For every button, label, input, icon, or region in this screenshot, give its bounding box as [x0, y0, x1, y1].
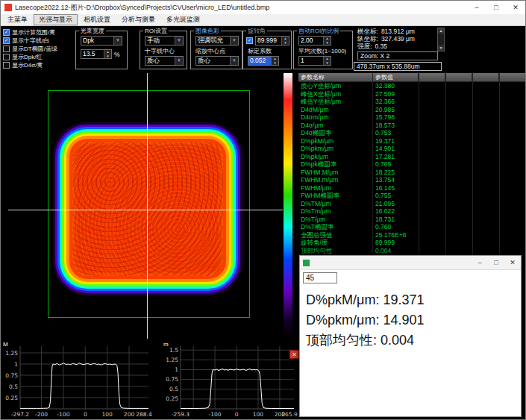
beam-width-select[interactable]: Dpk ▼ — [81, 36, 122, 46]
spinner-buttons[interactable]: ▲▼ — [323, 57, 331, 65]
scroll-up-icon[interactable]: ▲ — [438, 28, 444, 34]
plot-title: m — [163, 341, 169, 348]
checkbox[interactable] — [3, 46, 10, 52]
svg-text:100: 100 — [101, 411, 113, 418]
param-value: 21.095 — [373, 200, 419, 208]
spin-down-icon[interactable]: ▼ — [104, 54, 111, 59]
close-button[interactable]: ✕ — [506, 1, 525, 14]
tab-相机设置[interactable]: 相机设置 — [78, 14, 116, 25]
maximize-button[interactable]: □ — [486, 1, 506, 14]
param-value: 18.731 — [373, 216, 419, 224]
param-name: D%pkM/μm — [298, 137, 373, 145]
display-option-row[interactable]: 显示DT椭圆/蓝绿 — [3, 45, 73, 53]
svg-text:0.5: 0.5 — [169, 386, 178, 392]
spinner-buttons[interactable]: ▲▼ — [271, 57, 278, 65]
checkbox[interactable]: ✓ — [3, 37, 10, 44]
spin-down-icon[interactable]: ▼ — [272, 61, 278, 66]
column-header-value[interactable]: 参数值 — [373, 73, 419, 82]
param-value: 0.753 — [373, 129, 419, 137]
spin-down-icon[interactable]: ▼ — [324, 61, 331, 66]
display-option-row[interactable]: 显示Dpk/红 — [3, 53, 73, 61]
average-count-spinner[interactable]: 1 ▲▼ — [298, 56, 331, 66]
scroll-down-icon[interactable]: ▼ — [438, 46, 444, 51]
tab-分析与测量[interactable]: 分析与测量 — [116, 14, 160, 25]
spinner-buttons[interactable]: ▲▼ — [323, 37, 331, 45]
param-name: D%pk/μm — [298, 153, 373, 161]
param-value: 0.769 — [373, 160, 419, 169]
image-size-indicator: 478.37um x 535.88um — [354, 62, 442, 71]
spin-down-icon[interactable]: ▼ — [324, 41, 331, 46]
chevron-down-icon[interactable]: ▼ — [175, 57, 183, 65]
minimize-button[interactable]: – — [467, 1, 486, 14]
calibration-spinner[interactable]: 0.052 ▲▼ — [248, 56, 279, 66]
beam-width-percent-spinner[interactable]: 13.5 ▲▼ — [81, 49, 112, 59]
display-option-row[interactable]: 显示D4σ/黄 — [3, 61, 73, 69]
chevron-down-icon[interactable]: ▼ — [113, 37, 122, 45]
readout-label: 强度: — [357, 43, 372, 50]
rotation-angle-spinner[interactable]: 89.999 ▲▼ — [255, 36, 289, 46]
tab-多光斑监测[interactable]: 多光斑监测 — [161, 14, 205, 25]
param-name: FWHM.m/μm — [298, 176, 373, 184]
group-title: 图像色彩 — [194, 27, 221, 35]
display-option-row[interactable]: ✓显示计算范围/黄 — [3, 28, 73, 37]
image-color-group: 图像色彩 强调弱光 ▼ 缩放中心点 质心 ▼ — [190, 31, 242, 69]
spinner-value: 2.00 — [299, 37, 323, 45]
rotation-checkbox[interactable]: ✓ — [246, 37, 253, 44]
close-plots-button[interactable]: ✕ — [289, 350, 299, 359]
maximize-button[interactable]: □ — [488, 256, 504, 269]
checkbox-label: 显示十字线/白 — [12, 37, 49, 45]
param-name: FWHM/μm — [298, 184, 373, 192]
titlebar: Lasecope2022.12-图片-D:\Dropbox\Synced\Pro… — [1, 1, 525, 15]
group-title: 光束宽度 — [79, 27, 106, 35]
svg-text:0.25: 0.25 — [166, 395, 178, 402]
display-options-group: ✓显示计算范围/黄✓显示十字线/白显示DT椭圆/蓝绿显示Dpk/红显示D4σ/黄 — [3, 28, 73, 72]
param-name: 顶部均匀性 — [298, 247, 373, 255]
spinner-buttons[interactable]: ▲▼ — [281, 37, 289, 45]
tab-光强与显示[interactable]: 光强与显示 — [34, 14, 78, 25]
checkbox[interactable] — [3, 54, 10, 60]
checkbox-label: 显示D4σ/黄 — [12, 61, 43, 69]
spinner-buttons[interactable]: ▲▼ — [104, 50, 111, 58]
readout-label: 横坐标: — [357, 28, 378, 35]
rotation-group: 旋转角 ✓ 89.999 ▲▼ 标定系数 0.052 ▲▼ — [242, 31, 292, 69]
param-name: FWHM椭圆率 — [298, 192, 373, 200]
popup-readout-line: 顶部均匀性: 0.004 — [306, 330, 424, 351]
svg-text:1.25: 1.25 — [166, 357, 178, 363]
param-name: D4σm/μm — [298, 113, 373, 122]
chevron-down-icon[interactable]: ▼ — [230, 57, 238, 65]
tab-主菜单[interactable]: 主菜单 — [2, 14, 33, 25]
color-mode-select[interactable]: 强调弱光 ▼ — [195, 36, 239, 46]
column-header-name[interactable]: 参数名称 — [298, 73, 373, 82]
empty-column-header — [500, 73, 526, 82]
app-icon — [4, 4, 12, 11]
roi-mode-select[interactable]: 手动 ▼ — [145, 36, 184, 46]
readout-value: 327.439 μm — [381, 35, 415, 43]
spin-down-icon[interactable]: ▼ — [282, 41, 289, 46]
svg-text:1: 1 — [14, 361, 18, 368]
svg-text:0.5: 0.5 — [9, 383, 18, 390]
svg-text:-100: -100 — [209, 411, 222, 418]
checkbox[interactable]: ✓ — [3, 29, 10, 36]
selected-value: 质心 — [196, 57, 230, 65]
auto-roi-ratio-spinner[interactable]: 2.00 ▲▼ — [298, 36, 331, 46]
close-button[interactable]: ✕ — [504, 256, 521, 269]
beam-profile — [72, 142, 223, 276]
beam-image[interactable] — [8, 73, 283, 339]
colorbar — [284, 73, 292, 339]
popup-readout-line: D%pkm/μm: 14.901 — [306, 310, 424, 330]
readout-scrollbar[interactable]: ▲ ▼ — [437, 28, 445, 51]
chevron-down-icon[interactable]: ▼ — [230, 37, 238, 45]
zoom-center-select[interactable]: 质心 ▼ — [195, 56, 239, 66]
param-value: 18.225 — [373, 169, 419, 177]
chevron-down-icon[interactable]: ▼ — [175, 37, 183, 45]
plot-title: M — [3, 341, 8, 348]
checkbox[interactable] — [3, 62, 10, 69]
popup-input[interactable] — [303, 272, 337, 283]
empty-column-header — [419, 73, 445, 82]
svg-text:0: 0 — [84, 411, 87, 418]
display-option-row[interactable]: ✓显示十字线/白 — [3, 37, 73, 45]
minimize-button[interactable]: – — [472, 256, 488, 269]
crosshair-center-select[interactable]: 质心 ▼ — [145, 56, 184, 66]
percent-unit-label: % — [114, 51, 120, 58]
menu-tabs: 主菜单光强与显示相机设置分析与测量多光斑监测 — [1, 14, 525, 26]
